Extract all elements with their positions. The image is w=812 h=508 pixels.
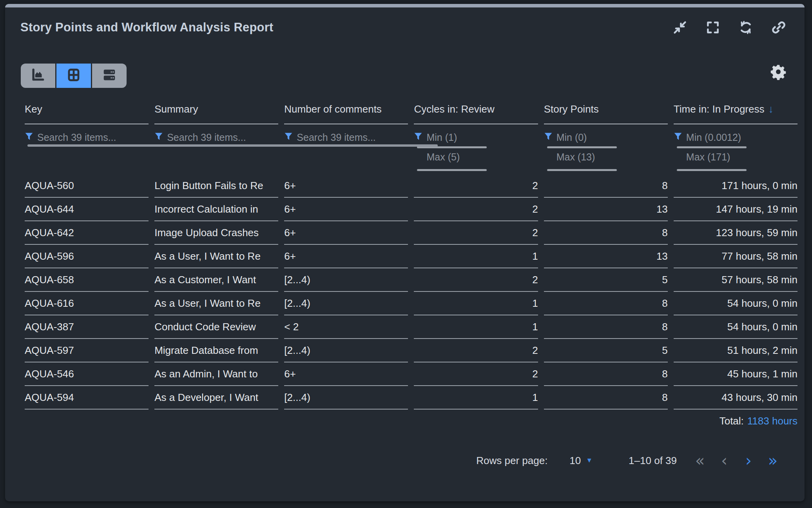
table-cell: 2 [414,198,538,221]
table-icon [67,68,81,84]
pagination-bar: Rows per page: 10 ▼ 1–10 of 39 «‹›» [476,453,785,468]
column-header-6[interactable]: Time in: In Progress↓ [674,100,798,124]
link-icon [771,20,787,35]
max-filter-6[interactable]: Max (171) [674,149,798,174]
column-label: Time in: In Progress [674,103,765,115]
column-header-3[interactable]: Number of comments [284,100,408,124]
table-cell: 6+ [284,245,408,268]
first-page-button[interactable]: « [688,453,712,468]
rows-per-page-value: 10 [569,455,581,467]
total-value-link[interactable]: 1183 hours [747,415,798,427]
view-toggle-rows[interactable] [92,64,127,88]
table-cell: 1 [414,315,538,339]
search-placeholder: Search 39 items... [37,132,116,143]
row-key-cell[interactable]: AQUA-596 [25,245,149,268]
table-cell: As a User, I Want to Re [154,245,278,268]
table-cell: 1 [414,292,538,315]
previous-page-button[interactable]: ‹ [712,453,736,468]
table-cell: 8 [544,315,668,339]
fullscreen-icon [705,20,720,35]
table-cell: 6+ [284,198,408,221]
link-button[interactable] [771,20,787,35]
row-key-cell[interactable]: AQUA-387 [25,315,149,339]
column-label: Cycles in: Review [414,103,494,115]
table-cell: Image Upload Crashes [154,221,278,245]
max-filter-5[interactable]: Max (13) [544,149,668,174]
view-toggle-area-chart[interactable] [21,64,55,88]
last-page-button[interactable]: » [761,453,785,468]
settings-button[interactable] [770,64,787,81]
table-cell: 5 [544,268,668,292]
table-cell: 54 hours, 0 min [674,315,798,339]
area-chart-icon [31,67,45,84]
view-toggle [21,64,127,88]
fullscreen-button[interactable] [705,20,721,35]
column-header-4[interactable]: Cycles in: Review [414,100,538,124]
table-cell: 2 [414,362,538,386]
table-cell: Migrate Database from [154,339,278,362]
input-underline [677,169,747,171]
max-filter-4[interactable]: Max (5) [414,149,538,174]
min-filter-5[interactable]: Min (0) [544,124,668,149]
filter-spacer [284,149,408,174]
row-key-cell[interactable]: AQUA-560 [25,174,149,198]
pager-buttons: «‹›» [688,453,785,468]
table-cell: 6+ [284,221,408,245]
table-cell: [2...4) [284,292,408,315]
input-underline [677,146,747,148]
table-cell: 2 [414,174,538,198]
column-header-2[interactable]: Summary [154,100,278,124]
filter-funnel-icon [414,132,422,143]
row-key-cell[interactable]: AQUA-658 [25,268,149,292]
table-cell: As a Developer, I Want [154,386,278,410]
table-cell: 54 hours, 0 min [674,292,798,315]
row-key-cell[interactable]: AQUA-644 [25,198,149,221]
table-cell: 51 hours, 2 min [674,339,798,362]
min-filter-6[interactable]: Min (0.0012) [674,124,798,149]
row-key-cell[interactable]: AQUA-594 [25,386,149,410]
table-cell: 2 [414,268,538,292]
table-cell: 2 [414,339,538,362]
row-key-cell[interactable]: AQUA-642 [25,221,149,245]
column-header-5[interactable]: Story Points [544,100,668,124]
row-key-cell[interactable]: AQUA-616 [25,292,149,315]
input-underline [547,169,617,171]
table-cell: 57 hours, 58 min [674,268,798,292]
filter-funnel-icon [544,132,553,143]
report-panel: Story Points and Workflow Analysis Repor… [5,4,805,501]
min-placeholder: Min (0.0012) [686,132,741,143]
collapse-button[interactable] [672,20,688,35]
refresh-button[interactable] [738,20,754,35]
rows-per-page-select[interactable]: 10 ▼ [569,455,593,467]
table-cell: As a Customer, I Want [154,268,278,292]
refresh-icon [738,20,753,35]
max-placeholder: Max (5) [426,151,460,163]
table-cell: 8 [544,221,668,245]
table-cell: 5 [544,339,668,362]
horizontal-scrollbar[interactable] [27,144,438,147]
column-header-1[interactable]: Key [25,100,149,124]
column-label: Summary [154,103,198,115]
rows-per-page-label: Rows per page: [476,455,547,467]
filter-spacer [25,149,149,174]
table-cell: 13 [544,198,668,221]
table-cell: 2 [414,221,538,245]
filter-funnel-icon [25,132,33,143]
view-toggle-table[interactable] [56,64,91,88]
chevron-down-icon: ▼ [586,457,593,464]
row-key-cell[interactable]: AQUA-546 [25,362,149,386]
table-cell: 13 [544,245,668,268]
panel-accent-bar [5,4,805,7]
row-key-cell[interactable]: AQUA-597 [25,339,149,362]
table-cell: 123 hours, 59 min [674,221,798,245]
next-page-button[interactable]: › [736,453,761,468]
max-placeholder: Max (171) [686,151,730,163]
rows-icon [102,67,117,84]
table-cell: 147 hours, 19 min [674,198,798,221]
table-cell: Incorrect Calculation in [154,198,278,221]
table-cell: 8 [544,362,668,386]
collapse-icon [672,20,687,35]
search-placeholder: Search 39 items... [297,132,375,143]
input-underline [417,169,487,171]
table-cell: 171 hours, 0 min [674,174,798,198]
